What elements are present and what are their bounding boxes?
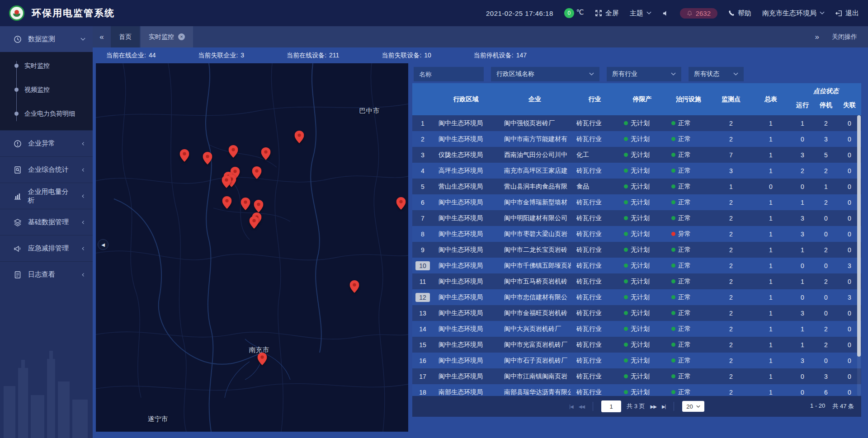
row-total-meters: 1	[751, 199, 791, 206]
table-row[interactable]: 18南部生态环境局南部县瑞华达沥青有限公砖瓦行业无计划正常21060	[412, 384, 861, 396]
chevron-down-icon	[80, 38, 85, 41]
region-filter-select[interactable]: 行政区域名称	[491, 67, 599, 81]
status-dot	[624, 343, 628, 347]
map-pin[interactable]	[295, 131, 304, 143]
map-pin[interactable]	[396, 197, 406, 210]
sidebar: 数据监测实时监控视频监控企业电力负荷明细企业异常企业综合统计企业用电量分析基础数…	[0, 26, 93, 438]
table-row[interactable]: 16阆中生态环境局阆中市石子页岩机砖厂砖瓦行业无计划正常21300	[412, 353, 861, 368]
row-enterprise: 阆中市枣碧大梁山页岩	[499, 230, 571, 238]
chevron-left-icon	[80, 247, 85, 250]
row-halted: 2	[814, 199, 838, 206]
sidebar-item-enterprise-statistics[interactable]: 企业综合统计	[0, 157, 93, 183]
scrollbar-thumb[interactable]	[857, 115, 861, 357]
row-monitor-points: 2	[711, 310, 751, 317]
table-row[interactable]: 10阆中生态环境局阆中市千佛镇五郎垭页岩砖瓦行业无计划正常21003	[412, 258, 861, 273]
row-stop-plan: 无计划	[618, 309, 666, 317]
tab-close-icon[interactable]: ×	[178, 33, 185, 40]
table-row[interactable]: 2阆中生态环境局阆中市南方节能建材有砖瓦行业无计划正常21030	[412, 131, 861, 147]
table-row[interactable]: 12阆中生态环境局阆中市忠信建材有限公砖瓦行业无计划正常21003	[412, 289, 861, 305]
table-row[interactable]: 5营山生态环境局营山县润丰肉食品有限食品无计划正常10010	[412, 179, 861, 194]
column-header[interactable]: 行业	[571, 83, 618, 115]
page-size-select[interactable]: 20	[682, 401, 704, 412]
row-running: 0	[791, 183, 814, 190]
sidebar-item-emergency-reduction[interactable]: 应急减排管理	[0, 235, 93, 261]
table-row[interactable]: 7阆中生态环境局阆中明阳建材有限公司砖瓦行业无计划正常21300	[412, 210, 861, 226]
table-row[interactable]: 4高坪生态环境局南充市高坪区王家店建砖瓦行业无计划正常31220	[412, 163, 861, 179]
map-pin[interactable]	[261, 147, 271, 160]
row-running: 0	[791, 294, 814, 301]
close-operations-button[interactable]: 关闭操作	[832, 33, 857, 41]
map-pin[interactable]	[254, 200, 264, 212]
logout-button[interactable]: 退出	[835, 9, 859, 18]
map-panel[interactable]: 巴中市南充市遂宁市 ◀	[96, 63, 408, 432]
map-pin[interactable]	[252, 166, 262, 179]
sidebar-subitem-power-load-detail[interactable]: 企业电力负荷明细	[0, 102, 93, 126]
status-filter-select[interactable]: 所有状态	[689, 67, 744, 81]
chevron-down-icon	[820, 11, 825, 15]
sidebar-item-base-data[interactable]: 基础数据管理	[0, 209, 93, 235]
tabs-scroll-left-button[interactable]: «	[93, 33, 111, 42]
sidebar-subitem-realtime-monitor[interactable]: 实时监控	[0, 54, 93, 78]
map-pin[interactable]	[350, 280, 359, 293]
row-total-meters: 1	[751, 294, 791, 301]
map-pin[interactable]	[229, 145, 238, 158]
map-pin[interactable]	[203, 152, 212, 165]
column-header[interactable]: 监测点	[711, 83, 751, 115]
sidebar-item-enterprise-abnormal[interactable]: 企业异常	[0, 131, 93, 156]
name-filter-input[interactable]	[414, 67, 484, 81]
tab-实时监控[interactable]: 实时监控×	[141, 26, 193, 47]
sidebar-subitem-video-monitor[interactable]: 视频监控	[0, 78, 93, 102]
map-pin[interactable]	[222, 175, 231, 188]
sidebar-item-label: 应急减排管理	[28, 244, 69, 253]
industry-filter-select[interactable]: 所有行业	[607, 67, 681, 81]
theme-dropdown[interactable]: 主题	[630, 9, 651, 18]
row-facility-status: 正常	[666, 357, 711, 365]
status-text: 无计划	[631, 278, 650, 285]
chevron-left-icon	[80, 142, 85, 146]
sidebar-item-data-monitoring[interactable]: 数据监测	[0, 26, 93, 52]
column-header[interactable]: 停限产	[618, 83, 666, 115]
column-header[interactable]: 行政区域	[433, 83, 499, 115]
alarm-count-badge[interactable]: 2632	[680, 8, 717, 19]
table-scrollbar[interactable]	[857, 115, 861, 396]
status-dot	[671, 232, 675, 236]
map-pin[interactable]	[241, 198, 250, 210]
row-halted: 0	[814, 310, 838, 317]
table-row[interactable]: 9阆中生态环境局阆中市二龙长宝页岩砖砖瓦行业无计划正常21120	[412, 242, 861, 258]
speaker-icon[interactable]	[662, 10, 669, 17]
column-header[interactable]: 企业	[499, 83, 571, 115]
map-pin[interactable]	[250, 216, 259, 229]
table-row[interactable]: 14阆中生态环境局阆中大兴页岩机砖厂砖瓦行业无计划正常21120	[412, 321, 861, 337]
map-pin[interactable]	[258, 353, 267, 365]
table-row[interactable]: 11阆中生态环境局阆中市五马桥页岩机砖砖瓦行业无计划正常21120	[412, 273, 861, 289]
table-row[interactable]: 17阆中生态环境局阆中市江南镇阆南页岩砖瓦行业无计划正常21030	[412, 368, 861, 384]
collapse-map-button[interactable]: ◀	[98, 239, 108, 250]
column-header[interactable]: 治污设施	[666, 83, 711, 115]
help-button[interactable]: 帮助	[728, 9, 751, 18]
last-page-button[interactable]: ▶|	[662, 404, 665, 409]
fullscreen-button[interactable]: 全屏	[595, 9, 619, 18]
tabs-scroll-right-button[interactable]: »	[815, 33, 819, 42]
sidebar-item-power-usage-analysis[interactable]: 企业用电量分析	[0, 183, 93, 209]
sidebar-item-log-view[interactable]: 日志查看	[0, 262, 93, 287]
table-row[interactable]: 15阆中生态环境局阆中市光富页岩机砖厂砖瓦行业无计划正常21120	[412, 337, 861, 353]
chevron-left-icon	[80, 221, 85, 224]
org-dropdown[interactable]: 南充市生态环境局	[762, 9, 825, 18]
tab-首页[interactable]: 首页	[111, 26, 140, 47]
map-pin[interactable]	[222, 196, 232, 209]
next-page-button[interactable]: ▶▶	[651, 404, 656, 409]
row-monitor-points: 2	[711, 199, 751, 206]
prev-page-button[interactable]: ◀◀	[579, 404, 585, 409]
sidebar-section-power-usage-analysis: 企业用电量分析	[0, 183, 93, 209]
table-row[interactable]: 13阆中生态环境局阆中市金福旺页岩机砖砖瓦行业无计划正常21300	[412, 305, 861, 321]
row-halted: 0	[814, 215, 838, 222]
page-number-input[interactable]	[601, 400, 621, 412]
map-pin[interactable]	[180, 149, 189, 162]
row-facility-status: 正常	[666, 325, 711, 333]
table-row[interactable]: 8阆中生态环境局阆中市枣碧大梁山页岩砖瓦行业无计划异常21300	[412, 226, 861, 242]
column-header[interactable]: 总表	[751, 83, 791, 115]
table-row[interactable]: 6阆中生态环境局阆中市金博瑞新型墙材砖瓦行业无计划正常21120	[412, 194, 861, 210]
table-row[interactable]: 1阆中生态环境局阆中强锐页岩砖厂砖瓦行业无计划正常21120	[412, 115, 861, 131]
first-page-button[interactable]: |◀	[569, 404, 573, 409]
table-row[interactable]: 3仪陇生态环境局西南油气田分公司川中化工无计划正常71350	[412, 147, 861, 163]
